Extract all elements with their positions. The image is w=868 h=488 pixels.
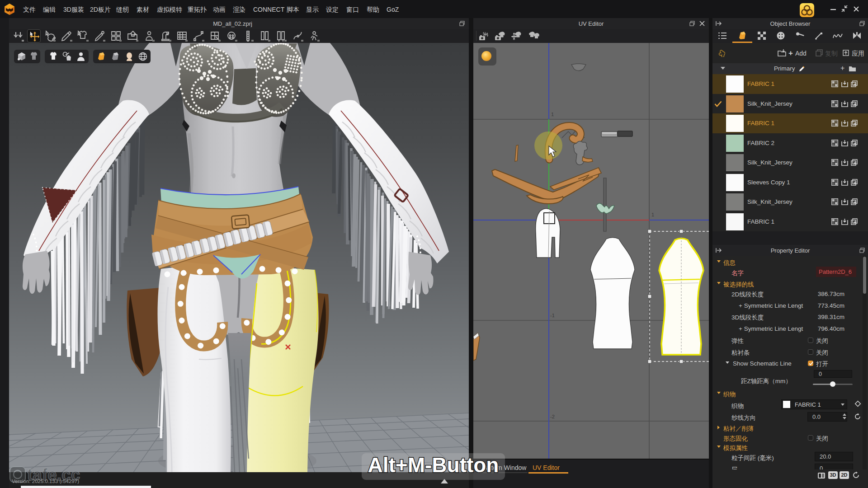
- svg-text:-2: -2: [550, 414, 555, 419]
- svg-text:-1: -1: [550, 313, 555, 318]
- svg-text:1: 1: [651, 212, 654, 217]
- svg-text:Version: 2025.0.133 (r54297): Version: 2025.0.133 (r54297): [12, 479, 79, 484]
- svg-text:1: 1: [551, 112, 554, 117]
